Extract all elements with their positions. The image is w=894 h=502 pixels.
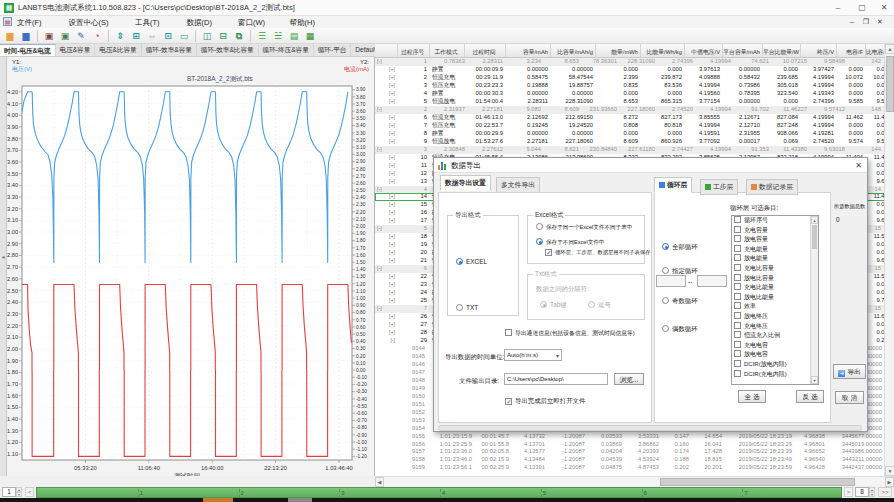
table-row[interactable]: [+]1静置00:00:09.90.000000.000000.0000.000…	[375, 66, 894, 74]
mdi-close-button[interactable]: ✕	[874, 17, 886, 27]
expand-toggle-icon[interactable]: [+]	[375, 313, 398, 321]
channel-segment-3[interactable]: 3	[339, 489, 344, 498]
table-row[interactable]: [+]3恒压充电00:23:23.30.1988819.887570.83583…	[375, 82, 894, 90]
table-row[interactable]: [-]10.783632.283113.2348.65378.36301228.…	[375, 58, 894, 66]
page-down-icon[interactable]: ▼	[16, 492, 22, 497]
column-header-9[interactable]: 平台比能量/W	[763, 44, 801, 57]
table-row[interactable]: [+]4静置00:00:30.30.000000.000000.0000.000…	[375, 90, 894, 98]
cycle-item[interactable]: 充电容量	[732, 226, 818, 236]
channel-down-icon[interactable]: ▼	[869, 492, 875, 497]
tab-step-layer[interactable]: 工步层	[700, 179, 738, 195]
expand-toggle-icon[interactable]: [+]	[375, 66, 398, 74]
column-header-3[interactable]: 容量/mAh	[506, 44, 551, 57]
table-row[interactable]: 91581.01:23:46.000:02:15.94.13484-1.2008…	[375, 456, 894, 464]
column-header-6[interactable]: 比能量/Wh/kg	[641, 44, 685, 57]
table-row[interactable]: [+]5恒流放电01:54:00.42.28311228.310908.6538…	[375, 98, 894, 106]
column-header-5[interactable]: 能量/mWh	[596, 44, 641, 57]
expand-toggle-icon[interactable]: [+]	[375, 321, 398, 329]
column-header-4[interactable]: 比容量/mAh/g	[551, 44, 596, 57]
tab-multifile-export[interactable]: 多文件导出	[496, 177, 540, 193]
table-row[interactable]: 91591.01:23:56.100:02:25.94.13391-1.2008…	[375, 464, 894, 472]
expand-toggle-icon[interactable]: [+]	[375, 130, 398, 138]
cycle-item[interactable]: 充电比能量	[732, 283, 818, 293]
detail-view-icon[interactable]: ☱	[271, 29, 285, 42]
expand-toggle-icon[interactable]: [-]	[375, 58, 398, 66]
table-row[interactable]: 91561.01:23:25.900:01:55.84.13701-1.2008…	[375, 441, 894, 449]
expand-toggle-icon[interactable]: [+]	[375, 281, 398, 289]
scroll-up-icon[interactable]: ▲	[885, 44, 894, 54]
hscroll-thumb[interactable]	[660, 478, 855, 486]
dialog-close-icon[interactable]: ✕	[852, 160, 865, 171]
channel-segment-6[interactable]: 6	[642, 489, 647, 498]
browse-button[interactable]: 浏览...	[614, 373, 644, 385]
zoom-fit-icon[interactable]: ⊡	[161, 29, 175, 42]
column-header-1[interactable]: 工作模式	[430, 44, 465, 57]
save-icon[interactable]: ▆	[19, 29, 33, 42]
select-all-button[interactable]: 全 选	[738, 390, 766, 403]
channel-progress-bar[interactable]: 1234567	[36, 487, 842, 498]
expand-toggle-icon[interactable]: [+]	[375, 90, 398, 98]
cycle-item[interactable]: 效率	[732, 302, 818, 312]
expand-toggle-icon[interactable]: [+]	[375, 201, 398, 209]
cycle-item[interactable]: 放电终压	[732, 312, 818, 322]
expand-toggle-icon[interactable]: [-]	[375, 225, 398, 233]
open-file-icon[interactable]: ▆	[3, 29, 17, 42]
expand-toggle-icon[interactable]: [+]	[375, 249, 398, 257]
expand-toggle-icon[interactable]: [+]	[375, 329, 398, 337]
expand-toggle-icon[interactable]: [+]	[375, 193, 398, 201]
invert-selection-button[interactable]: 反 选	[796, 390, 824, 403]
tab-export-settings[interactable]: 数据导出设置	[440, 175, 491, 191]
chart-tab-6[interactable]: 循环-平台	[314, 44, 352, 56]
maximize-button[interactable]: ▢	[854, 2, 870, 14]
cancel-button[interactable]: 取 消	[835, 391, 864, 404]
expand-toggle-icon[interactable]: [-]	[375, 106, 398, 114]
cycle-item[interactable]: 循环序号	[732, 216, 818, 226]
cycle-item[interactable]: 充电能量	[732, 245, 818, 255]
list-scroll-down-icon[interactable]: ▼	[811, 376, 818, 384]
radio-excel[interactable]: EXCEL	[456, 258, 487, 265]
table-row[interactable]: [+]6恒流充电01:46:13.02.12692212.691508.2728…	[375, 114, 894, 122]
scroll-down-icon[interactable]: ▼	[885, 466, 894, 476]
cycle-item[interactable]: 放电电容	[732, 350, 818, 360]
cycle-item[interactable]: 放电能量	[732, 254, 818, 264]
table-vertical-scrollbar[interactable]: ▲ ▼	[884, 44, 894, 476]
list-scrollbar[interactable]: ▲▼	[810, 216, 818, 384]
column-header-7[interactable]: 中值电压/V	[685, 44, 723, 57]
cycle-item[interactable]: 充电电容	[732, 341, 818, 351]
expand-toggle-icon[interactable]: [+]	[375, 178, 398, 186]
radio-same-file[interactable]: 保存于同一个Excel文件不同子表中	[536, 223, 632, 232]
cycle-item[interactable]: 放电容量	[732, 235, 818, 245]
next-page-button[interactable]: >	[844, 487, 853, 497]
expand-toggle-icon[interactable]: [+]	[375, 217, 398, 225]
mdi-restore-button[interactable]: ❐	[860, 17, 872, 27]
minimize-button[interactable]: –	[830, 2, 846, 14]
dialog-title-bar[interactable]: 数据导出 ✕	[434, 158, 867, 173]
output-dir-input[interactable]: C:\Users\pc\Desktop\	[504, 373, 608, 385]
checkbox-channel-info[interactable]: 导出通道信息(包括设备信息、测试时间信息等)	[505, 329, 635, 338]
expand-toggle-icon[interactable]: [+]	[375, 98, 398, 106]
panel-collapse-handle[interactable]: ◂	[0, 57, 7, 476]
table-row[interactable]: 91551.01:23:15.900:01:45.74.13732-1.2008…	[375, 433, 894, 441]
expand-toggle-icon[interactable]: [+]	[375, 170, 398, 178]
expand-toggle-icon[interactable]: [-]	[375, 305, 398, 313]
radio-tab-key[interactable]: Tab键	[540, 301, 567, 310]
expand-toggle-icon[interactable]: [+]	[375, 233, 398, 241]
expand-toggle-icon[interactable]: [+]	[375, 74, 398, 82]
radio-diff-file[interactable]: 保存于不同Excel文件中	[536, 238, 604, 247]
table-row[interactable]: [+]7恒压充电00:22:53.70.1924519.245200.80880…	[375, 122, 894, 130]
column-header-11[interactable]: 电容/F	[837, 44, 866, 57]
table-horizontal-scrollbar[interactable]: ◀ ▶	[375, 476, 894, 486]
column-header-8[interactable]: 平台容量/mAh	[723, 44, 763, 57]
list-scroll-thumb[interactable]	[812, 225, 817, 249]
cycle-item[interactable]: DCIR(放电内阻)	[732, 360, 818, 370]
expand-toggle-icon[interactable]: [-]	[375, 186, 398, 194]
channel-segment-5[interactable]: 5	[541, 489, 546, 498]
time-unit-select[interactable]: Auto(h:m:s)▾	[504, 349, 562, 361]
expand-toggle-icon[interactable]: [+]	[375, 162, 398, 170]
vscroll-thumb[interactable]	[886, 56, 894, 112]
curve-edit-icon[interactable]: ✎	[74, 29, 88, 42]
mdi-minimize-button[interactable]: –	[846, 17, 858, 27]
alarm-icon[interactable]: ◔	[90, 29, 104, 42]
radio-even-cycles[interactable]: 偶数循环	[662, 325, 698, 334]
cycle-item[interactable]: 充电比容量	[732, 264, 818, 274]
